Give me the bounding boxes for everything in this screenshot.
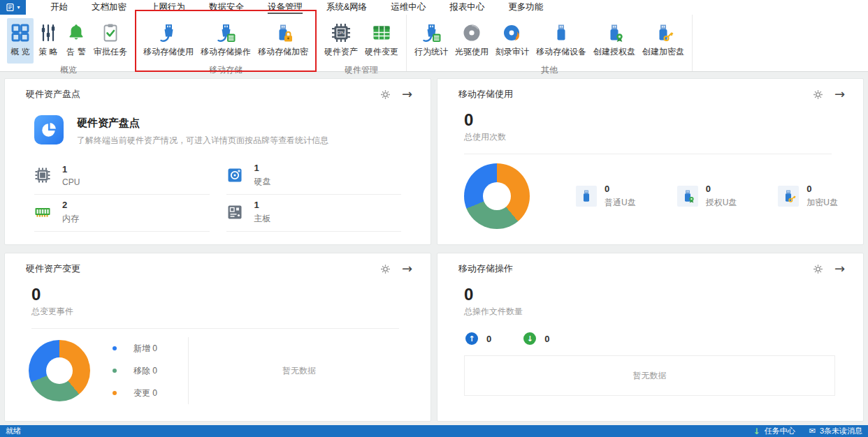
asset-value: 1 — [254, 163, 271, 173]
usb-authorize-icon — [604, 22, 625, 43]
status-bar: 就绪 ↓ 任务中心 ✉ 3条未读消息 — [0, 425, 868, 437]
legend-dot-orange — [113, 391, 117, 395]
ribbon-button-create-encrypted-disk[interactable]: 创建加密盘 — [639, 18, 687, 64]
ribbon-button-policy[interactable]: 策 略 — [35, 18, 62, 64]
divider — [31, 328, 399, 329]
usb-encrypted-icon — [778, 186, 799, 207]
ribbon-button-alert[interactable]: 告 警 — [63, 18, 89, 64]
status-ready-text: 就绪 — [6, 426, 21, 436]
disk-small-icon — [226, 167, 243, 184]
arrow-right-icon[interactable]: → — [402, 263, 412, 274]
stat-value: 0 — [605, 184, 636, 194]
menu-item-start[interactable]: 开始 — [38, 0, 80, 15]
usb-key-icon — [653, 22, 674, 43]
card-hardware-change: 硬件资产变更 → 0 总变更事件 新增 0 移除 0 变更 0 暂无数据 — [4, 253, 431, 422]
total-label: 总变更事件 — [31, 306, 431, 318]
ribbon-button-label: 移动存储加密 — [258, 46, 308, 58]
ribbon-group-hardware-management: 硬件资产 硬件变更 硬件管理 — [317, 15, 407, 71]
alert-bell-icon — [66, 22, 87, 43]
gear-icon[interactable] — [812, 263, 824, 275]
card-title: 硬件资产盘点 — [26, 88, 379, 101]
asset-label: 硬盘 — [254, 176, 271, 188]
usb-plain-icon — [576, 186, 597, 207]
ribbon-button-optical-drive-usage[interactable]: 光驱使用 — [452, 18, 491, 64]
arrow-right-icon[interactable]: → — [402, 89, 412, 100]
ribbon-button-storage-devices[interactable]: 移动存储设备 — [533, 18, 589, 64]
cpu-chip-icon — [331, 22, 352, 43]
usb-authorized-icon — [677, 186, 698, 207]
menu-bar: ▾ 开始 文档加密 上网行为 数据安全 设备管理 系统&网络 运维中心 报表中心… — [0, 0, 868, 15]
legend-dot-blue — [113, 346, 117, 350]
ribbon-button-label: 概 览 — [10, 46, 29, 58]
ribbon-group-label: 概览 — [7, 64, 130, 79]
gear-icon[interactable] — [379, 263, 391, 275]
ribbon-button-storage-operation[interactable]: 移动存储操作 — [198, 18, 254, 64]
ribbon-button-overview[interactable]: 概 览 — [7, 18, 34, 64]
ribbon-group-other: 行为统计 光驱使用 刻录审计 移动存储设备 创建授权盘 创建加密盘 — [407, 15, 693, 71]
ribbon-button-hardware-assets[interactable]: 硬件资产 — [321, 18, 361, 64]
menu-item-web-behavior[interactable]: 上网行为 — [138, 0, 197, 15]
asset-item-cpu: 1 CPU — [34, 158, 210, 195]
legend-item-removed: 移除 0 — [113, 365, 157, 377]
menu-item-system-network[interactable]: 系统&网络 — [314, 0, 379, 15]
ribbon-group-label: 其他 — [412, 64, 687, 79]
ribbon-button-approval-tasks[interactable]: 审批任务 — [91, 18, 130, 64]
ribbon-button-burn-audit[interactable]: 刻录审计 — [493, 18, 532, 64]
usb-table-icon — [215, 22, 236, 43]
legend-item-changed: 变更 0 — [113, 387, 157, 399]
arrow-down-circle-icon: ↓ — [523, 332, 536, 345]
ribbon-toolbar: 概 览 策 略 告 警 审批任务 概览 移动存储使用 — [0, 15, 868, 72]
disc-burn-icon — [502, 22, 523, 43]
card-storage-usage: 移动存储使用 → 0 总使用次数 0 普通U盘 0 — [437, 78, 864, 245]
approval-clipboard-icon — [100, 22, 121, 43]
envelope-icon: ✉ — [809, 427, 816, 436]
ribbon-button-storage-usage[interactable]: 移动存储使用 — [140, 18, 196, 64]
unread-messages-button[interactable]: ✉ 3条未读消息 — [809, 426, 862, 436]
ribbon-button-label: 移动存储操作 — [201, 46, 251, 58]
asset-item-motherboard: 1 主板 — [226, 195, 402, 232]
app-logo-icon — [6, 3, 15, 12]
ribbon-button-behavior-stats[interactable]: 行为统计 — [412, 18, 451, 64]
asset-value: 1 — [62, 164, 80, 175]
ribbon-button-label: 创建加密盘 — [642, 46, 684, 58]
ribbon-button-storage-encryption[interactable]: 移动存储加密 — [255, 18, 311, 64]
download-count: ↓ 0 — [523, 332, 549, 345]
menu-item-ops-center[interactable]: 运维中心 — [379, 0, 437, 15]
ribbon-button-label: 移动存储设备 — [536, 46, 586, 58]
usb-cable-icon — [158, 22, 179, 43]
gear-icon[interactable] — [379, 89, 391, 101]
total-label: 总操作文件数量 — [464, 306, 863, 318]
gear-icon[interactable] — [812, 89, 824, 101]
menu-item-doc-encryption[interactable]: 文档加密 — [80, 0, 138, 15]
arrow-right-icon[interactable]: → — [834, 263, 845, 274]
menu-item-more-features[interactable]: 更多功能 — [496, 0, 555, 15]
asset-item-ram: 2 内存 — [34, 195, 210, 232]
chevron-down-icon: ▾ — [17, 5, 20, 10]
ribbon-button-create-authorized-disk[interactable]: 创建授权盘 — [591, 18, 638, 64]
usb-lock-icon — [273, 22, 294, 43]
cpu-small-icon — [34, 167, 51, 184]
ribbon-button-label: 审批任务 — [94, 46, 127, 58]
asset-item-disk: 1 硬盘 — [226, 158, 402, 195]
asset-label: CPU — [62, 177, 80, 187]
ribbon-button-label: 策 略 — [38, 46, 57, 58]
empty-state-text: 暂无数据 — [189, 365, 410, 377]
hero-title: 硬件资产盘点 — [77, 117, 328, 130]
stat-label: 普通U盘 — [605, 197, 636, 209]
policy-sliders-icon — [38, 22, 59, 43]
ribbon-button-hardware-changes[interactable]: 硬件变更 — [362, 18, 401, 64]
total-value: 0 — [464, 286, 863, 304]
stat-encrypted-usb: 0 加密U盘 — [778, 184, 838, 209]
app-menu-button[interactable]: ▾ — [0, 0, 26, 15]
task-center-button[interactable]: ↓ 任务中心 — [753, 426, 795, 436]
legend-item-added: 新增 0 — [113, 343, 157, 355]
legend-dot-green — [113, 369, 117, 373]
ribbon-button-label: 光驱使用 — [455, 46, 489, 58]
menu-item-report-center[interactable]: 报表中心 — [437, 0, 496, 15]
arrow-right-icon[interactable]: → — [834, 89, 845, 100]
menu-item-device-management[interactable]: 设备管理 — [256, 0, 314, 15]
stat-authorized-usb: 0 授权U盘 — [677, 184, 737, 209]
menu-item-data-security[interactable]: 数据安全 — [197, 0, 256, 15]
usb-stats-icon — [421, 22, 442, 43]
hero-description: 了解终端当前硬件资产情况，可进入详情页面按品牌等查看统计信息 — [77, 135, 328, 147]
